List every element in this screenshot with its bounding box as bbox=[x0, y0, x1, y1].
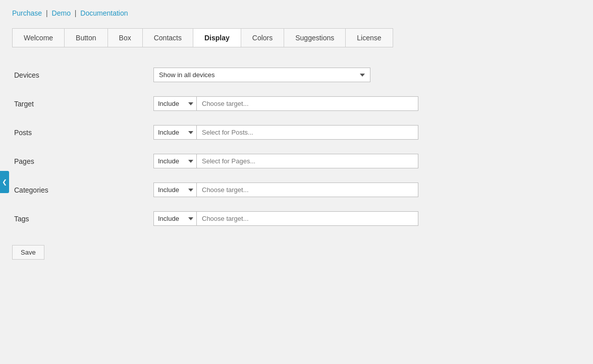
purchase-link[interactable]: Purchase bbox=[12, 9, 42, 17]
posts-include-select[interactable]: Include Exclude bbox=[153, 125, 196, 140]
categories-controls: Include Exclude bbox=[153, 183, 418, 197]
pages-label: Pages bbox=[12, 157, 153, 165]
target-label: Target bbox=[12, 100, 153, 108]
pages-include-select[interactable]: Include Exclude bbox=[153, 154, 196, 168]
tab-display[interactable]: Display bbox=[193, 29, 241, 47]
sep1: | bbox=[46, 9, 48, 17]
documentation-link[interactable]: Documentation bbox=[80, 9, 128, 17]
posts-label: Posts bbox=[12, 129, 153, 137]
demo-link[interactable]: Demo bbox=[52, 9, 71, 17]
tab-welcome[interactable]: Welcome bbox=[13, 29, 65, 47]
tabs-bar: Welcome Button Box Contacts Display Colo… bbox=[12, 28, 393, 47]
tab-box[interactable]: Box bbox=[108, 29, 143, 47]
target-controls: Include Exclude bbox=[153, 96, 418, 111]
pages-input[interactable] bbox=[196, 154, 418, 168]
target-input[interactable] bbox=[196, 96, 418, 111]
tags-input[interactable] bbox=[196, 211, 418, 226]
categories-row: Categories Include Exclude bbox=[12, 183, 581, 197]
categories-include-select[interactable]: Include Exclude bbox=[153, 183, 196, 197]
tab-suggestions[interactable]: Suggestions bbox=[284, 29, 346, 47]
tags-label: Tags bbox=[12, 215, 153, 223]
pages-row: Pages Include Exclude bbox=[12, 154, 581, 168]
tab-button[interactable]: Button bbox=[65, 29, 107, 47]
top-links: Purchase | Demo | Documentation bbox=[12, 9, 581, 17]
categories-input[interactable] bbox=[196, 183, 418, 197]
posts-controls: Include Exclude bbox=[153, 125, 418, 140]
content-area: Devices Show in all devices Desktop only… bbox=[12, 63, 581, 265]
tags-row: Tags Include Exclude bbox=[12, 211, 581, 226]
devices-select[interactable]: Show in all devices Desktop only Mobile … bbox=[153, 68, 370, 82]
page-wrapper: Purchase | Demo | Documentation Welcome … bbox=[0, 0, 593, 274]
sep2: | bbox=[75, 9, 77, 17]
target-row: Target Include Exclude bbox=[12, 96, 581, 111]
save-button[interactable]: Save bbox=[12, 245, 44, 260]
devices-label: Devices bbox=[12, 71, 153, 79]
target-include-select[interactable]: Include Exclude bbox=[153, 96, 196, 111]
posts-input[interactable] bbox=[196, 125, 418, 140]
tags-include-select[interactable]: Include Exclude bbox=[153, 211, 196, 226]
tags-controls: Include Exclude bbox=[153, 211, 418, 226]
devices-controls: Show in all devices Desktop only Mobile … bbox=[153, 68, 370, 82]
devices-row: Devices Show in all devices Desktop only… bbox=[12, 68, 581, 82]
tab-license[interactable]: License bbox=[346, 29, 392, 47]
tab-colors[interactable]: Colors bbox=[241, 29, 284, 47]
posts-row: Posts Include Exclude bbox=[12, 125, 581, 140]
categories-label: Categories bbox=[12, 186, 153, 194]
tab-contacts[interactable]: Contacts bbox=[143, 29, 193, 47]
side-collapse-tab[interactable]: ❮ bbox=[0, 171, 9, 193]
pages-controls: Include Exclude bbox=[153, 154, 418, 168]
chevron-left-icon: ❮ bbox=[2, 178, 7, 186]
